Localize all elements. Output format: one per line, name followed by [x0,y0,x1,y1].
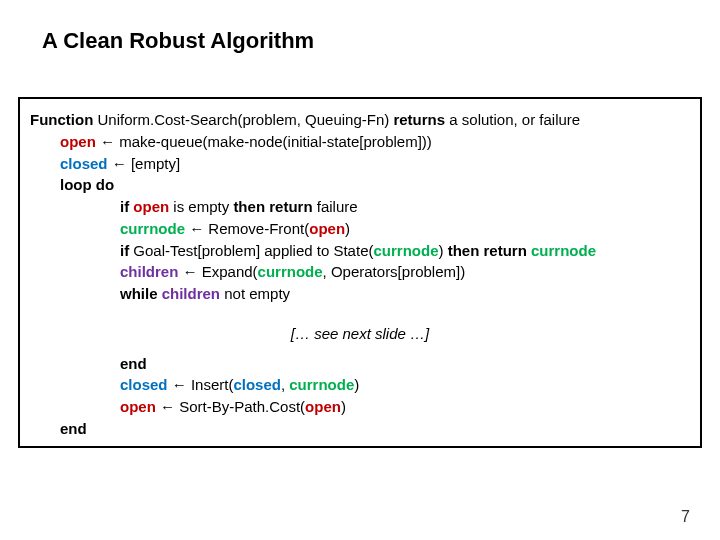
sym-currnode: currnode [258,263,323,280]
sym-open: open [60,133,96,150]
comma: , [281,376,289,393]
sym-currnode: currnode [531,242,596,259]
line-closed-init: closed ← [empty] [60,153,690,175]
arrow: ← [156,398,179,415]
line-loop: loop do [60,174,690,196]
sym-currnode: currnode [120,220,185,237]
line-if-empty: if open is empty then return failure [120,196,690,218]
goal-pre: Goal-Test[problem] applied to State( [129,242,373,259]
arrow: ← [185,220,208,237]
kw-then-return: then return [233,198,312,215]
expand-mid: , Operators[problem]) [323,263,466,280]
line-while: while children not empty [120,283,690,305]
slide: A Clean Robust Algorithm Function Unifor… [0,0,720,540]
sym-closed: closed [120,376,168,393]
line-goal-test: if Goal-Test[problem] applied to State(c… [120,240,690,262]
slide-title: A Clean Robust Algorithm [42,28,314,54]
expand-pre: Expand( [202,263,258,280]
insert-pre: Insert( [191,376,234,393]
sym-closed: closed [233,376,281,393]
line-open-sort: open ← Sort-By-Path.Cost(open) [120,396,690,418]
arrow: ← [96,133,119,150]
sym-currnode: currnode [289,376,354,393]
sym-closed: closed [60,155,108,172]
not-empty: not empty [220,285,290,302]
page-number: 7 [681,508,690,526]
ret-tail: a solution, or failure [445,111,580,128]
arrow: ← [178,263,201,280]
arrow: ← [108,155,131,172]
paren-close: ) [341,398,346,415]
is-empty: is empty [169,198,233,215]
line-closed-insert: closed ← Insert(closed, currnode) [120,374,690,396]
sym-open: open [305,398,341,415]
see-next-note: [… see next slide …] [30,323,690,345]
closed-init: [empty] [131,155,180,172]
kw-then-return: then return [448,242,527,259]
line-children-expand: children ← Expand(currnode, Operators[pr… [120,261,690,283]
goal-post: ) [438,242,447,259]
algorithm-box: Function Uniform.Cost-Search(problem, Qu… [18,97,702,448]
arrow: ← [168,376,191,393]
sym-children: children [162,285,220,302]
kw-if: if [120,198,129,215]
fn-sig: Uniform.Cost-Search(problem, Queuing-Fn) [93,111,393,128]
sort-pre: Sort-By-Path.Cost( [179,398,305,415]
sym-currnode: currnode [373,242,438,259]
remove-front-pre: Remove-Front( [208,220,309,237]
kw-returns: returns [393,111,445,128]
paren-close: ) [345,220,350,237]
sym-open: open [309,220,345,237]
kw-if: if [120,242,129,259]
line-fn: Function Uniform.Cost-Search(problem, Qu… [30,109,690,131]
line-open-init: open ← make-queue(make-node(initial-stat… [60,131,690,153]
kw-while: while [120,285,158,302]
open-init: make-queue(make-node(initial-state[probl… [119,133,432,150]
line-end-outer: end [60,418,690,440]
sym-open: open [133,198,169,215]
sym-open: open [120,398,156,415]
paren-close: ) [354,376,359,393]
failure: failure [313,198,358,215]
sym-children: children [120,263,178,280]
line-currnode-remove: currnode ← Remove-Front(open) [120,218,690,240]
kw-function: Function [30,111,93,128]
line-end-inner: end [120,353,690,375]
